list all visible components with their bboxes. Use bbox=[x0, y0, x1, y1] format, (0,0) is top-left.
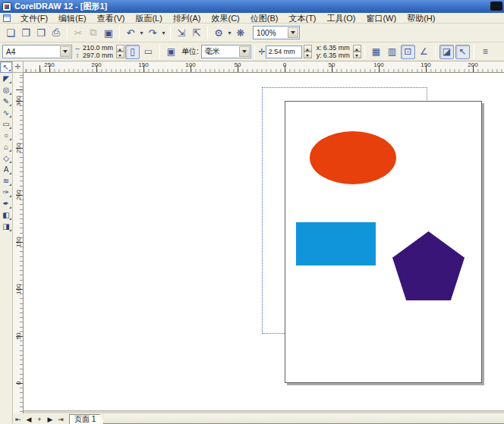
cut-button[interactable]: ✂ bbox=[71, 25, 86, 40]
separator bbox=[67, 26, 68, 39]
text-tool[interactable]: A bbox=[0, 164, 12, 175]
outline-tool[interactable]: ✒ bbox=[0, 198, 12, 209]
page-tab[interactable]: 页面 1 bbox=[69, 414, 104, 424]
basic-shapes-tool[interactable]: ◇ bbox=[0, 152, 12, 164]
menu-编辑(E)[interactable]: 编辑(E) bbox=[53, 13, 92, 24]
h-ruler-label: 250 bbox=[44, 61, 54, 68]
new-button[interactable]: ❏ bbox=[3, 25, 18, 40]
menu-窗口(W)[interactable]: 窗口(W) bbox=[361, 13, 402, 24]
eyedropper-tool[interactable]: ✑ bbox=[0, 187, 12, 198]
add-page-button[interactable]: + bbox=[34, 414, 45, 424]
save-button[interactable]: ❒ bbox=[33, 25, 49, 40]
units-combo[interactable]: 毫米 bbox=[201, 45, 251, 58]
nudge-offset-field[interactable]: 2.54 mm bbox=[266, 46, 302, 58]
ellipse-shape[interactable] bbox=[310, 131, 396, 184]
ellipse-tool[interactable]: ○ bbox=[0, 130, 12, 141]
next-page-button[interactable]: ▶ bbox=[45, 414, 55, 424]
redo-button-dropdown-icon[interactable]: ▾ bbox=[160, 30, 167, 36]
standard-toolbar-buttons: ❏❐❒⎙✂⧉▣↶▾↷▾⇲⇱⚙▾❋ bbox=[3, 25, 248, 40]
paper-height-value[interactable]: 297.0 mm bbox=[83, 52, 113, 59]
interactive-blend-tool[interactable]: ≋ bbox=[0, 175, 12, 187]
duplicate-x-value[interactable]: 6.35 mm bbox=[323, 44, 350, 52]
app-icon[interactable] bbox=[2, 2, 11, 11]
app-launcher-button-dropdown-icon[interactable]: ▾ bbox=[226, 30, 233, 36]
smart-drawing-tool[interactable]: ∿ bbox=[0, 107, 12, 118]
last-page-button[interactable]: ⇥ bbox=[55, 414, 66, 424]
horizontal-ruler[interactable]: 25020015010050050100150200 bbox=[24, 61, 504, 73]
drawing-canvas[interactable] bbox=[24, 73, 504, 410]
paper-width-icon: ↔ bbox=[74, 44, 81, 52]
paper-preset-arrow-icon[interactable] bbox=[60, 46, 71, 57]
prev-page-button[interactable]: ◀ bbox=[24, 414, 34, 424]
v-ruler-label: 150 bbox=[15, 237, 22, 247]
options-button[interactable]: ≡ bbox=[478, 45, 493, 59]
menu-文本(T)[interactable]: 文本(T) bbox=[283, 13, 321, 24]
menu-items: 文件(F)编辑(E)查看(V)版面(L)排列(A)效果(C)位图(B)文本(T)… bbox=[15, 13, 440, 24]
rectangle-shape[interactable] bbox=[296, 222, 376, 265]
units-value: 毫米 bbox=[205, 46, 220, 57]
export-button[interactable]: ⇱ bbox=[189, 25, 204, 40]
paper-size-spinner[interactable] bbox=[116, 45, 124, 58]
menu-帮助(H)[interactable]: 帮助(H) bbox=[402, 13, 440, 24]
copy-button[interactable]: ⧉ bbox=[86, 25, 101, 40]
open-button[interactable]: ❐ bbox=[18, 25, 33, 40]
zoom-level-value: 100% bbox=[257, 29, 276, 37]
menu-查看(V)[interactable]: 查看(V) bbox=[92, 13, 131, 24]
interactive-fill-tool[interactable]: ◨ bbox=[0, 221, 12, 232]
menu-位图(B)[interactable]: 位图(B) bbox=[245, 13, 284, 24]
vertical-ruler[interactable]: 300250200150100500 bbox=[13, 73, 24, 413]
paper-width-value[interactable]: 210.0 mm bbox=[83, 44, 113, 52]
dynamic-guides-button[interactable]: ∠ bbox=[417, 45, 431, 59]
v-ruler-label: 50 bbox=[15, 331, 22, 341]
title-bar: CorelDRAW 12 - [图形1] bbox=[0, 0, 504, 13]
v-ruler-label: 250 bbox=[15, 143, 22, 153]
first-page-button[interactable]: ⇤ bbox=[13, 414, 24, 424]
print-button[interactable]: ⎙ bbox=[49, 25, 64, 40]
document-icon[interactable] bbox=[3, 14, 11, 22]
h-ruler-label: 150 bbox=[138, 61, 148, 68]
separator bbox=[119, 26, 120, 39]
paper-preset-combo[interactable]: A4 bbox=[2, 45, 72, 58]
ruler-origin-button[interactable]: ✛ bbox=[13, 61, 24, 73]
zoom-dropdown-arrow-icon[interactable] bbox=[288, 27, 298, 38]
coreldraw-window: { "window": { "title": "CorelDRAW 12 - [… bbox=[0, 0, 504, 424]
menu-排列(A)[interactable]: 排列(A) bbox=[168, 13, 206, 24]
portrait-button[interactable]: ▯ bbox=[125, 45, 140, 59]
h-ruler-label: 200 bbox=[91, 61, 101, 68]
dual-page-button[interactable]: ▣ bbox=[164, 45, 178, 59]
fill-tool[interactable]: ◧ bbox=[0, 209, 12, 221]
redo-button[interactable]: ↷ bbox=[145, 25, 160, 40]
corel-online-button[interactable]: ❋ bbox=[233, 25, 248, 40]
snap-to-grid-button[interactable]: ▦ bbox=[369, 45, 383, 59]
undo-button-dropdown-icon[interactable]: ▾ bbox=[138, 30, 145, 36]
nudge-spinner[interactable] bbox=[304, 45, 312, 58]
shape-tool[interactable]: ◤ bbox=[0, 73, 12, 84]
freehand-tool[interactable]: ✎ bbox=[0, 96, 12, 107]
duplicate-y-value[interactable]: 6.35 mm bbox=[323, 52, 350, 59]
marquee-pick-button[interactable]: ↖ bbox=[455, 45, 470, 59]
rectangle-tool[interactable]: ▭ bbox=[0, 118, 12, 130]
zoom-level-combo[interactable]: 100% bbox=[253, 26, 300, 39]
treat-as-filled-button[interactable]: ◪ bbox=[439, 45, 454, 59]
paste-button[interactable]: ▣ bbox=[101, 25, 116, 40]
menu-效果(C)[interactable]: 效果(C) bbox=[206, 13, 245, 24]
zoom-tool[interactable]: ◎ bbox=[0, 84, 12, 96]
menu-版面(L)[interactable]: 版面(L) bbox=[130, 13, 167, 24]
import-button[interactable]: ⇲ bbox=[174, 25, 189, 40]
app-launcher-button[interactable]: ⚙ bbox=[211, 25, 226, 40]
window-controls[interactable] bbox=[490, 2, 502, 11]
paper-preset-value: A4 bbox=[6, 48, 15, 56]
separator bbox=[159, 45, 160, 58]
separator bbox=[207, 26, 208, 39]
property-bar: A4 ↔ 210.0 mm ↕ 297.0 mm ▯ ▭ ▣ 单位: 毫米 ✛ … bbox=[0, 42, 504, 61]
polygon-tool[interactable]: ⌂ bbox=[0, 141, 12, 152]
menu-工具(O)[interactable]: 工具(O) bbox=[322, 13, 361, 24]
snap-to-guidelines-button[interactable]: ▥ bbox=[385, 45, 399, 59]
undo-button[interactable]: ↶ bbox=[123, 25, 138, 40]
pick-tool[interactable]: ↖ bbox=[0, 61, 12, 73]
snap-to-objects-button[interactable]: ⊡ bbox=[401, 45, 415, 59]
duplicate-distance-spinner[interactable] bbox=[353, 45, 361, 58]
landscape-button[interactable]: ▭ bbox=[141, 45, 156, 59]
menu-文件(F)[interactable]: 文件(F) bbox=[15, 13, 53, 24]
units-arrow-icon[interactable] bbox=[239, 46, 250, 57]
